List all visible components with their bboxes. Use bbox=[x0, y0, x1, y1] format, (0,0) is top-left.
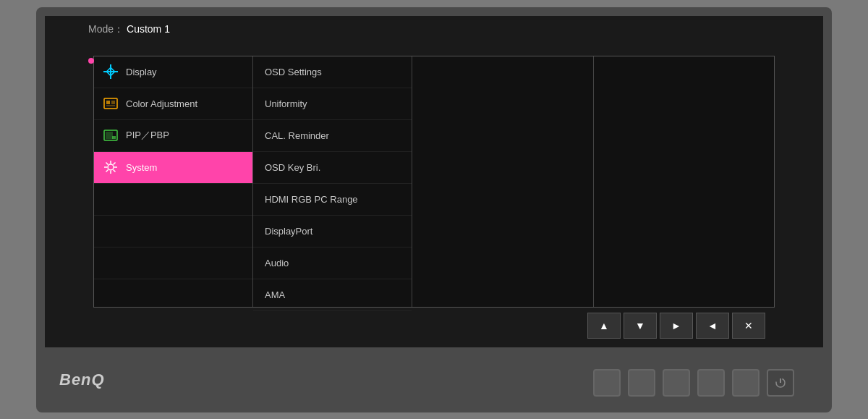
menu-item-pip[interactable]: PIP／PBP bbox=[94, 120, 252, 152]
menu-item-color[interactable]: Color Adjustment bbox=[94, 88, 252, 120]
svg-rect-9 bbox=[112, 136, 116, 139]
submenu-item-displayport[interactable]: DisplayPort bbox=[253, 216, 412, 247]
power-icon bbox=[775, 377, 786, 389]
submenu-item-osd-key-bri-label: OSD Key Bri. bbox=[265, 162, 320, 173]
monitor: Mode： Custom 1 Display bbox=[36, 7, 832, 412]
menu-item-system[interactable]: System bbox=[94, 152, 252, 184]
bottom-btn-2[interactable] bbox=[628, 369, 655, 397]
submenu-item-audio-label: Audio bbox=[265, 258, 289, 268]
menu-item-empty3 bbox=[94, 247, 252, 279]
pip-icon bbox=[103, 127, 119, 143]
nav-right-icon: ► bbox=[671, 320, 681, 331]
color-icon bbox=[103, 96, 119, 111]
display-icon bbox=[103, 64, 119, 80]
monitor-bottom: BenQ bbox=[45, 347, 823, 412]
submenu-item-uniformity-label: Uniformity bbox=[265, 98, 307, 109]
svg-rect-4 bbox=[106, 101, 110, 104]
menu-item-display[interactable]: Display bbox=[94, 56, 252, 88]
submenu-item-osd-key-bri[interactable]: OSD Key Bri. bbox=[253, 152, 412, 184]
submenu-item-ama[interactable]: AMA bbox=[253, 279, 412, 311]
nav-buttons: ▲ ▼ ► ◄ ✕ bbox=[587, 313, 765, 339]
submenu-item-ama-label: AMA bbox=[265, 289, 285, 300]
submenu-item-osd-settings[interactable]: OSD Settings bbox=[253, 56, 412, 88]
nav-left-icon: ◄ bbox=[707, 320, 718, 331]
svg-line-16 bbox=[114, 170, 116, 172]
bottom-btn-3[interactable] bbox=[663, 369, 690, 397]
detail-panel bbox=[412, 56, 594, 307]
menu-item-pip-label: PIP／PBP bbox=[126, 129, 169, 142]
submenu-item-hdmi-rgb-label: HDMI RGB PC Range bbox=[265, 194, 358, 205]
nav-close-button[interactable]: ✕ bbox=[732, 313, 765, 339]
bottom-btn-1[interactable] bbox=[593, 369, 621, 397]
menu-item-system-label: System bbox=[126, 162, 157, 173]
svg-line-18 bbox=[106, 170, 109, 172]
benq-logo: BenQ bbox=[59, 371, 105, 389]
menu-item-empty2 bbox=[94, 216, 252, 247]
submenu-item-displayport-label: DisplayPort bbox=[265, 226, 312, 237]
svg-line-17 bbox=[114, 163, 116, 165]
svg-point-10 bbox=[108, 164, 114, 170]
osd-container: Display Color Adjustment bbox=[93, 56, 775, 308]
mode-bar: Mode： Custom 1 bbox=[88, 23, 170, 36]
power-button[interactable] bbox=[767, 369, 794, 397]
nav-down-button[interactable]: ▼ bbox=[624, 313, 657, 339]
svg-rect-5 bbox=[111, 101, 115, 104]
monitor-screen: Mode： Custom 1 Display bbox=[45, 16, 823, 347]
nav-right-button[interactable]: ► bbox=[660, 313, 693, 339]
submenu-item-cal-reminder[interactable]: CAL. Reminder bbox=[253, 120, 412, 152]
submenu-item-cal-reminder-label: CAL. Reminder bbox=[265, 130, 329, 141]
submenu-item-hdmi-rgb[interactable]: HDMI RGB PC Range bbox=[253, 184, 412, 216]
mode-label: Mode： bbox=[88, 23, 124, 36]
nav-up-icon: ▲ bbox=[599, 320, 609, 331]
system-icon bbox=[103, 159, 119, 175]
svg-rect-8 bbox=[106, 132, 113, 139]
bottom-btn-4[interactable] bbox=[697, 369, 725, 397]
menu-item-display-label: Display bbox=[126, 67, 157, 77]
nav-down-icon: ▼ bbox=[635, 320, 645, 331]
menu-item-color-label: Color Adjustment bbox=[126, 98, 197, 109]
pink-indicator bbox=[88, 58, 94, 64]
nav-close-icon: ✕ bbox=[744, 320, 753, 331]
mode-value: Custom 1 bbox=[127, 23, 170, 36]
submenu-item-osd-settings-label: OSD Settings bbox=[265, 67, 322, 77]
bottom-buttons bbox=[593, 369, 794, 397]
menu-item-empty1 bbox=[94, 184, 252, 216]
menu-panel: Display Color Adjustment bbox=[94, 56, 253, 307]
bottom-btn-5[interactable] bbox=[732, 369, 760, 397]
nav-up-button[interactable]: ▲ bbox=[587, 313, 621, 339]
submenu-panel: OSD Settings Uniformity CAL. Reminder OS… bbox=[253, 56, 412, 307]
nav-left-button[interactable]: ◄ bbox=[696, 313, 729, 339]
extra-panel bbox=[594, 56, 775, 307]
submenu-item-uniformity[interactable]: Uniformity bbox=[253, 88, 412, 120]
svg-line-15 bbox=[106, 163, 109, 165]
svg-rect-6 bbox=[106, 105, 115, 106]
svg-rect-3 bbox=[104, 98, 117, 109]
submenu-item-audio[interactable]: Audio bbox=[253, 247, 412, 279]
